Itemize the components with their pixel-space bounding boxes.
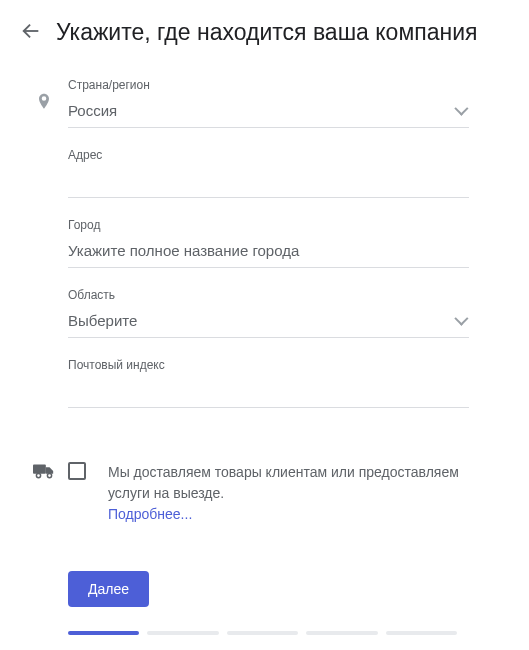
city-input[interactable] [68, 238, 469, 268]
progress-step-3 [227, 631, 298, 635]
delivery-description: Мы доставляем товары клиентам или предос… [108, 464, 459, 501]
address-input[interactable] [68, 168, 469, 198]
country-label: Страна/регион [68, 78, 469, 92]
location-pin-icon [20, 78, 68, 112]
svg-point-2 [47, 473, 51, 477]
country-value: Россия [68, 102, 117, 119]
progress-step-2 [147, 631, 218, 635]
address-label: Адрес [68, 148, 469, 162]
region-value: Выберите [68, 312, 137, 329]
progress-step-5 [386, 631, 457, 635]
svg-point-1 [36, 473, 40, 477]
page-title: Укажите, где находится ваша компания [56, 18, 477, 48]
country-select[interactable]: Россия [68, 98, 469, 128]
svg-rect-0 [33, 464, 46, 473]
next-button[interactable]: Далее [68, 571, 149, 607]
delivery-checkbox[interactable] [68, 462, 86, 480]
progress-bar [20, 631, 505, 635]
progress-step-4 [306, 631, 377, 635]
postal-label: Почтовый индекс [68, 358, 469, 372]
region-select[interactable]: Выберите [68, 308, 469, 338]
progress-step-1 [68, 631, 139, 635]
city-label: Город [68, 218, 469, 232]
region-label: Область [68, 288, 469, 302]
back-button[interactable] [20, 20, 42, 42]
postal-input[interactable] [68, 378, 469, 408]
chevron-down-icon [454, 102, 468, 116]
truck-icon [20, 462, 68, 480]
learn-more-link[interactable]: Подробнее... [108, 506, 192, 522]
chevron-down-icon [454, 312, 468, 326]
